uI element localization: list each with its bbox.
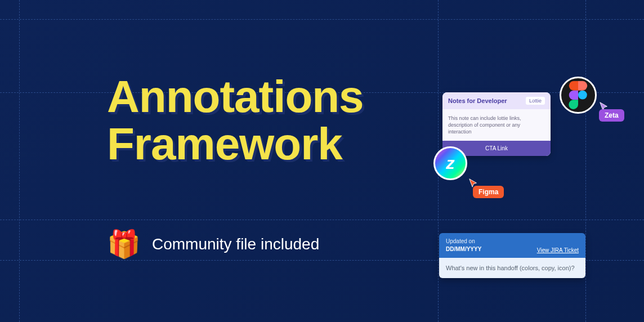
jira-ticket-link[interactable]: View JIRA Ticket (537, 247, 579, 253)
guide-line (0, 220, 644, 220)
z-avatar: z (433, 146, 467, 180)
figma-logo-icon (569, 81, 588, 109)
jira-updated: Updated on DD/MM/YYYY (446, 238, 481, 253)
note-tag: Lottie (526, 97, 545, 105)
jira-updated-label: Updated on (446, 238, 481, 245)
headline-line-2: Framework (107, 120, 364, 168)
developer-note-card: Notes for Developer Lottie This note can… (442, 92, 551, 156)
jira-card: Updated on DD/MM/YYYY View JIRA Ticket W… (439, 233, 585, 278)
figma-avatar (560, 77, 597, 114)
jira-body: What's new in this handoff (colors, copy… (439, 258, 585, 278)
note-body: This note can include lottie links, desc… (442, 109, 551, 141)
gift-icon: 🎁 (107, 231, 141, 258)
note-title: Notes for Developer (448, 97, 507, 104)
jira-header: Updated on DD/MM/YYYY View JIRA Ticket (439, 233, 585, 258)
svg-point-0 (578, 91, 587, 100)
sub-row: 🎁 Community file included (107, 231, 319, 258)
note-header: Notes for Developer Lottie (442, 92, 551, 109)
sub-text: Community file included (152, 235, 319, 253)
headline: Annotations Framework (107, 73, 364, 168)
guide-line (19, 0, 20, 322)
figma-tag: Figma (473, 186, 504, 198)
z-avatar-letter: z (446, 154, 455, 173)
guide-line (0, 19, 644, 20)
jira-updated-value: DD/MM/YYYY (446, 245, 481, 253)
zeta-tag: Zeta (599, 109, 624, 122)
headline-line-1: Annotations (107, 73, 364, 120)
guide-line (585, 0, 586, 322)
